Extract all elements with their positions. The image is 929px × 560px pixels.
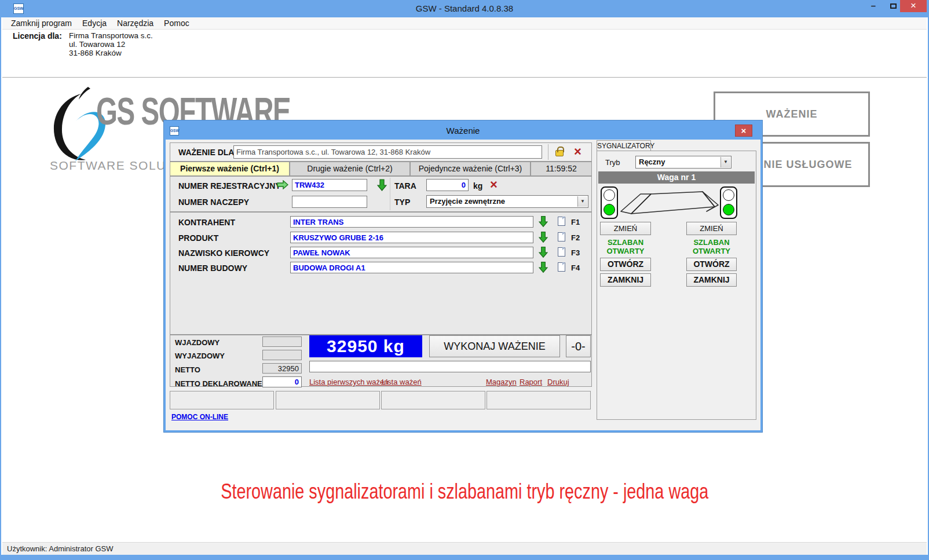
- dialog-title-bar: GSW Ważenie ×: [166, 122, 760, 140]
- raport-link[interactable]: Raport: [520, 378, 542, 386]
- status-box-2: [276, 391, 380, 409]
- numer-budowy-input[interactable]: [290, 262, 533, 273]
- minimize-button[interactable]: –: [864, 0, 883, 12]
- typ-label: TYP: [394, 197, 410, 207]
- sygnalizatory-panel: Tryb Ręczny ▼ Waga nr 1: [597, 151, 756, 420]
- chevron-down-icon[interactable]: ▼: [720, 157, 730, 167]
- green-light-on-icon: [723, 204, 734, 215]
- red-light-off-icon: [604, 189, 615, 201]
- numer-rejestracyjny-input[interactable]: [292, 179, 367, 191]
- arrow-down-icon[interactable]: [539, 231, 548, 243]
- menu-edycja[interactable]: Edycja: [77, 19, 112, 28]
- document-icon[interactable]: [558, 217, 565, 226]
- nazwisko-kierowcy-label: NAZWISKO KIEROWCY: [178, 248, 269, 258]
- tab-pojedyncze-wazenie[interactable]: Pojedyncze ważenie (Ctrl+3): [410, 162, 531, 176]
- fkey-label: F1: [571, 218, 580, 226]
- produkt-input[interactable]: [290, 232, 533, 243]
- document-icon[interactable]: [558, 232, 565, 241]
- green-light-on-icon: [604, 204, 615, 215]
- separator: [548, 144, 548, 160]
- status-box-1: [170, 391, 274, 409]
- otworz-button-right[interactable]: OTWÓRZ: [686, 258, 737, 271]
- traffic-light-left: [601, 186, 618, 219]
- registration-section: NUMER REJESTRACYJNY TARA kg × NUMER NACZ…: [170, 176, 592, 212]
- fkey-label: F3: [571, 248, 580, 257]
- document-icon[interactable]: [558, 262, 565, 272]
- kontrahent-input[interactable]: [290, 216, 533, 228]
- chevron-down-icon[interactable]: ▼: [577, 196, 587, 207]
- menu-zamknij-program[interactable]: Zamknij program: [6, 19, 77, 28]
- maximize-icon: [890, 3, 897, 9]
- tryb-label: Tryb: [605, 158, 620, 167]
- tab-drugie-wazenie[interactable]: Drugie ważenie (Ctrl+2): [290, 162, 410, 176]
- tara-input[interactable]: [426, 179, 469, 191]
- szlaban-status-left: SZLABAN OTWARTY: [600, 238, 651, 255]
- drukuj-link[interactable]: Drukuj: [547, 378, 569, 386]
- zero-button[interactable]: -0-: [566, 335, 591, 357]
- waga-header: Waga nr 1: [598, 171, 755, 184]
- arrow-down-icon[interactable]: [539, 261, 548, 273]
- clear-contractor-icon[interactable]: ×: [574, 146, 581, 158]
- close-button[interactable]: ×: [900, 0, 927, 12]
- wyjazdowy-label: WYJAZDOWY: [175, 352, 225, 360]
- clock-display: 11:59:52: [531, 162, 592, 176]
- license-address: Firma Transportowa s.c. ul. Towarowa 12 …: [69, 31, 153, 57]
- szlaban-status-right: SZLABAN OTWARTY: [686, 238, 737, 255]
- weighbridge-graphic: [619, 188, 719, 219]
- wazenie-dialog: GSW Ważenie × WAŻENIE DLA × Pierwsze waż…: [164, 120, 762, 432]
- license-line-3: 31-868 Kraków: [69, 49, 153, 57]
- fkey-label: F4: [571, 263, 580, 272]
- fkey-label: F2: [571, 233, 580, 242]
- menu-bar: Zamknij program Edycja Narzędzia Pomoc: [2, 17, 927, 30]
- wyjazdowy-value: [262, 350, 302, 360]
- document-icon[interactable]: [558, 247, 565, 257]
- numer-naczepy-input[interactable]: [292, 196, 367, 208]
- netto-label: NETTO: [175, 365, 200, 374]
- red-light-off-icon: [723, 189, 734, 201]
- produkt-label: PRODUKT: [178, 233, 218, 243]
- tab-pierwsze-wazenie[interactable]: Pierwsze ważenie (Ctrl+1): [170, 162, 290, 176]
- typ-value: Przyjęcie zewnętrzne: [430, 197, 505, 206]
- comment-input[interactable]: [309, 361, 591, 372]
- dialog-title: Ważenie: [166, 126, 760, 136]
- nazwisko-kierowcy-input[interactable]: [290, 247, 533, 258]
- tryb-select[interactable]: Ręczny ▼: [635, 156, 732, 169]
- weight-display: 32950 kg: [309, 335, 422, 357]
- lock-icon[interactable]: [555, 150, 564, 156]
- wykonaj-wazenie-button[interactable]: WYKONAJ WAŻENIE: [429, 335, 560, 357]
- zamknij-button-right[interactable]: ZAMKNIJ: [686, 273, 737, 287]
- zmien-button-left[interactable]: ZMIEŃ: [600, 222, 651, 235]
- zamknij-button-left[interactable]: ZAMKNIJ: [600, 273, 651, 287]
- license-label: Licencja dla:: [13, 31, 62, 41]
- netto-deklarowane-label: NETTO DEKLAROWANE: [175, 379, 262, 388]
- tara-label: TARA: [394, 181, 416, 191]
- typ-select[interactable]: Przyjęcie zewnętrzne ▼: [426, 195, 588, 208]
- arrow-down-icon[interactable]: [539, 215, 548, 228]
- arrow-down-icon[interactable]: [377, 179, 387, 191]
- wjazdowy-value: [262, 336, 302, 347]
- menu-narzedzia[interactable]: Narzędzia: [112, 19, 159, 28]
- wjazdowy-label: WJAZDOWY: [175, 338, 220, 347]
- traffic-light-right: [720, 186, 737, 219]
- window-title: GSW - Standard 4.0.8.38: [1, 3, 928, 13]
- status-box-3: [381, 391, 485, 409]
- dialog-close-button[interactable]: ×: [735, 125, 752, 137]
- lista-wazen-link[interactable]: Lista ważeń: [382, 378, 422, 386]
- pomoc-online-link[interactable]: POMOC ON-LINE: [171, 413, 228, 421]
- wazenie-dla-label: WAŻENIE DLA: [178, 148, 234, 157]
- separator: [390, 178, 390, 210]
- otworz-button-left[interactable]: OTWÓRZ: [600, 258, 651, 271]
- menu-pomoc[interactable]: Pomoc: [159, 19, 195, 28]
- clear-tara-icon[interactable]: ×: [490, 179, 498, 191]
- netto-deklarowane-input[interactable]: [262, 376, 302, 387]
- kontrahent-label: KONTRAHENT: [178, 218, 235, 227]
- sygnalizatory-tab[interactable]: SYGNALIZATORY: [597, 140, 651, 151]
- wazenie-dla-input[interactable]: [233, 145, 542, 159]
- lista-pierwszych-wazen-link[interactable]: Lista pierwszych ważeń: [309, 378, 389, 386]
- status-user: Użytkownik: Administrator GSW: [7, 544, 114, 553]
- magazyn-link[interactable]: Magazyn: [486, 378, 517, 386]
- zmien-button-right[interactable]: ZMIEŃ: [686, 222, 737, 235]
- netto-value: 32950: [262, 363, 302, 374]
- arrow-down-icon[interactable]: [539, 246, 548, 258]
- numer-naczepy-label: NUMER NACZEPY: [178, 197, 249, 207]
